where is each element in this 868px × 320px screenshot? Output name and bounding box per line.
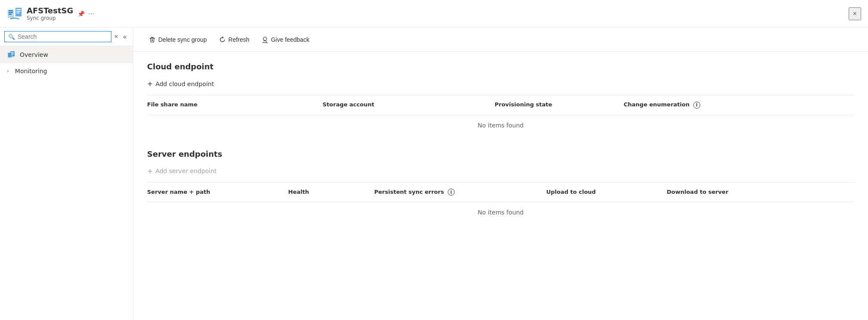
col-download-to-server: Download to server [663, 187, 854, 198]
svg-rect-17 [151, 37, 154, 38]
col-server-name-path: Server name + path [147, 187, 285, 198]
expand-icon: › [7, 68, 9, 74]
add-server-endpoint-button[interactable]: + Add server endpoint [147, 165, 854, 177]
col-storage-account: Storage account [319, 99, 491, 110]
cloud-endpoint-title: Cloud endpoint [147, 62, 854, 71]
close-button[interactable]: × [849, 7, 861, 20]
svg-rect-14 [11, 53, 14, 54]
page-content: Cloud endpoint + Add cloud endpoint File… [133, 52, 868, 320]
content-area: Delete sync group Refresh Give feedback [133, 28, 868, 320]
toolbar: Delete sync group Refresh Give feedback [133, 28, 868, 52]
refresh-icon [219, 36, 226, 43]
pin-icon[interactable]: 📌 [77, 10, 85, 17]
sidebar-collapse-icon[interactable]: « [121, 32, 129, 42]
top-bar: AFSTestSG Sync group 📌 ··· × [0, 0, 868, 28]
search-icon: 🔍 [8, 34, 15, 40]
svg-rect-16 [150, 38, 155, 39]
server-no-items: No items found [147, 202, 854, 223]
add-cloud-label: Add cloud endpoint [155, 81, 214, 87]
delete-label: Delete sync group [158, 36, 207, 43]
overview-label: Overview [20, 51, 48, 58]
search-input-wrapper: 🔍 [4, 31, 111, 42]
overview-icon [7, 50, 15, 59]
title-group: AFSTestSG Sync group [27, 6, 73, 21]
delete-sync-group-button[interactable]: Delete sync group [144, 34, 212, 46]
sidebar-item-monitoring[interactable]: › Monitoring [0, 63, 133, 79]
col-health: Health [285, 187, 371, 198]
app-title: AFSTestSG [27, 6, 73, 15]
svg-rect-7 [16, 12, 19, 13]
cloud-endpoint-table: File share name Storage account Provisio… [147, 95, 854, 136]
add-server-icon: + [147, 167, 153, 175]
refresh-label: Refresh [228, 36, 249, 43]
top-bar-actions: 📌 ··· [77, 10, 94, 17]
svg-rect-5 [16, 9, 21, 10]
col-file-share-name: File share name [147, 99, 319, 110]
refresh-button[interactable]: Refresh [214, 34, 255, 46]
cloud-endpoint-section: Cloud endpoint + Add cloud endpoint File… [147, 62, 854, 136]
cloud-no-items: No items found [147, 115, 854, 136]
more-icon[interactable]: ··· [88, 10, 94, 17]
main-layout: 🔍 ✕ « Overview › Monitoring [0, 28, 868, 320]
add-cloud-endpoint-button[interactable]: + Add cloud endpoint [147, 78, 854, 90]
svg-rect-3 [9, 14, 12, 15]
persistent-sync-errors-info-icon[interactable]: i [448, 189, 455, 196]
server-endpoints-title: Server endpoints [147, 149, 854, 158]
sidebar: 🔍 ✕ « Overview › Monitoring [0, 28, 133, 320]
add-server-label: Add server endpoint [155, 168, 216, 174]
server-endpoints-section: Server endpoints + Add server endpoint S… [147, 149, 854, 223]
app-subtitle: Sync group [27, 15, 73, 21]
app-header: AFSTestSG Sync group 📌 ··· [7, 6, 94, 22]
sidebar-item-overview[interactable]: Overview [0, 46, 133, 63]
svg-rect-11 [8, 56, 10, 57]
delete-icon [149, 36, 156, 43]
svg-rect-1 [9, 10, 13, 11]
change-enumeration-info-icon[interactable]: i [693, 102, 700, 109]
col-upload-to-cloud: Upload to cloud [543, 187, 663, 198]
app-icon [7, 6, 22, 22]
svg-rect-2 [9, 12, 13, 13]
search-bar: 🔍 ✕ « [0, 28, 133, 46]
give-feedback-button[interactable]: Give feedback [256, 34, 315, 46]
cloud-table-header: File share name Storage account Provisio… [147, 95, 854, 115]
col-provisioning-state: Provisioning state [491, 99, 620, 110]
feedback-label: Give feedback [271, 36, 310, 43]
add-cloud-icon: + [147, 80, 153, 88]
feedback-icon [262, 36, 268, 43]
server-table-header: Server name + path Health Persistent syn… [147, 183, 854, 202]
svg-point-20 [263, 37, 267, 40]
monitoring-label: Monitoring [15, 68, 47, 75]
search-input[interactable] [18, 33, 108, 40]
search-clear-icon[interactable]: ✕ [114, 34, 118, 40]
svg-rect-13 [11, 52, 14, 53]
col-change-enumeration: Change enumeration i [620, 99, 854, 110]
svg-rect-6 [16, 11, 21, 12]
svg-rect-15 [11, 55, 13, 56]
server-endpoints-table: Server name + path Health Persistent syn… [147, 182, 854, 223]
col-persistent-sync-errors: Persistent sync errors i [371, 187, 543, 198]
